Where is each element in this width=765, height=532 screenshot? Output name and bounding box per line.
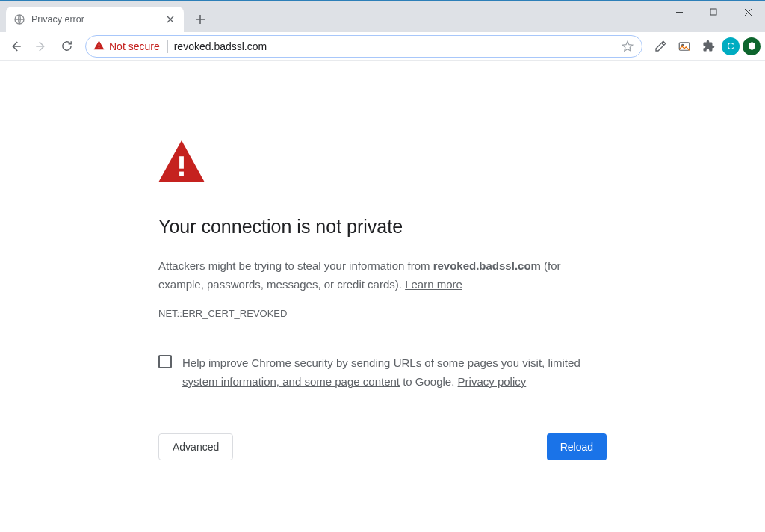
security-chip[interactable]: Not secure [93,40,168,53]
opt-in-text-mid: to Google. [400,375,458,388]
toolbar: Not secure revoked.badssl.com C [0,32,765,61]
reload-button[interactable] [55,35,78,58]
address-bar[interactable]: Not secure revoked.badssl.com [85,35,642,58]
extension-eyedropper-icon[interactable] [650,36,671,57]
opt-in-label: Help improve Chrome security by sending … [182,353,607,392]
warning-description: Attackers might be trying to steal your … [158,257,607,294]
advanced-button[interactable]: Advanced [158,433,233,460]
window-controls [662,1,765,26]
svg-rect-4 [179,156,184,168]
tab-close-icon[interactable] [164,13,176,25]
bookmark-star-icon[interactable] [621,40,634,53]
browser-tab[interactable]: Privacy error [6,7,184,32]
opt-in-row: Help improve Chrome security by sending … [158,353,607,392]
security-label: Not secure [109,40,160,52]
privacy-policy-link[interactable]: Privacy policy [458,375,527,388]
page-content: Your connection is not private Attackers… [0,61,765,460]
tab-title: Privacy error [31,14,158,25]
extension-picture-icon[interactable] [674,36,695,57]
extension-shield-icon[interactable] [743,37,761,55]
reload-button-primary[interactable]: Reload [547,433,607,460]
warning-icon [93,40,105,53]
back-button[interactable] [4,35,27,58]
profile-avatar[interactable]: C [722,37,740,55]
svg-rect-5 [179,172,184,176]
forward-button[interactable] [30,35,52,58]
close-window-button[interactable] [731,1,765,23]
error-code: NET::ERR_CERT_REVOKED [158,308,607,319]
globe-icon [13,13,25,25]
opt-in-text-before: Help improve Chrome security by sending [182,356,394,369]
tab-strip: Privacy error [0,1,765,32]
svg-rect-1 [710,9,716,15]
warning-triangle-icon [158,140,205,183]
extensions-puzzle-icon[interactable] [698,36,719,57]
page-heading: Your connection is not private [158,216,607,238]
opt-in-checkbox[interactable] [158,355,172,368]
ssl-interstitial: Your connection is not private Attackers… [158,140,607,460]
minimize-button[interactable] [662,1,696,23]
button-row: Advanced Reload [158,433,607,460]
new-tab-button[interactable] [190,9,211,30]
avatar-initial: C [727,40,734,52]
desc-host: revoked.badssl.com [433,259,541,272]
learn-more-link[interactable]: Learn more [405,278,462,291]
url-text: revoked.badssl.com [174,40,615,52]
desc-text-before: Attackers might be trying to steal your … [158,259,433,272]
maximize-button[interactable] [696,1,731,23]
